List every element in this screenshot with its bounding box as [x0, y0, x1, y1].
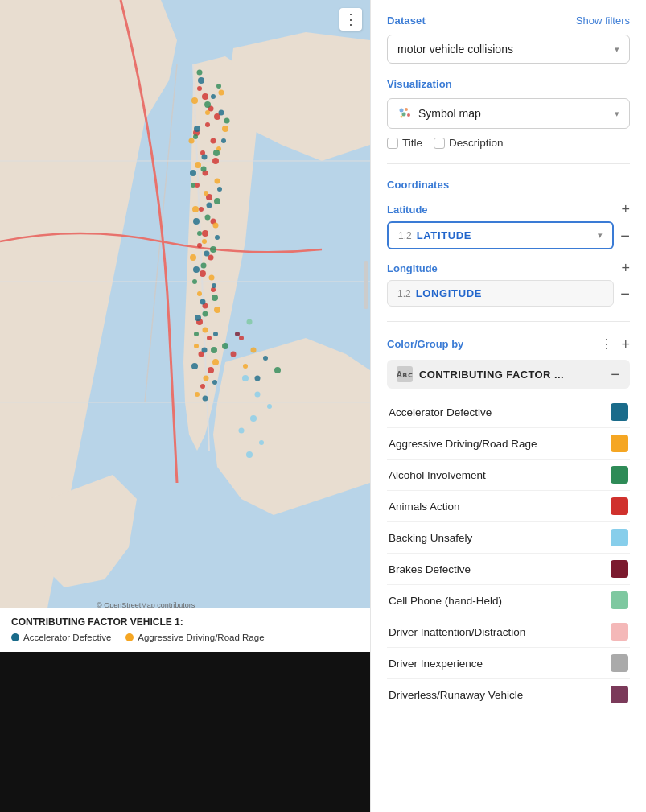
longitude-plus-button[interactable]: +: [621, 261, 630, 275]
svg-point-102: [246, 451, 253, 458]
legend-dot-accelerator: [11, 633, 19, 641]
svg-point-44: [204, 191, 208, 196]
visualization-value: Symbol map: [418, 107, 481, 120]
svg-point-82: [193, 134, 198, 139]
color-group-label: Color/Group by: [387, 338, 463, 350]
svg-point-108: [243, 364, 248, 369]
svg-point-105: [263, 356, 268, 361]
legend-item-aggressive: Aggressive Driving/Road Rage: [125, 633, 264, 642]
legend-list-item: Driverless/Runaway Vehicle: [387, 679, 630, 710]
legend-list-item: Aggressive Driving/Road Rage: [387, 428, 630, 460]
svg-point-57: [198, 77, 204, 84]
svg-point-117: [407, 113, 410, 117]
latitude-num: 1.2: [398, 230, 412, 241]
viz-chevron-icon: ▾: [615, 109, 619, 119]
latitude-plus-button[interactable]: +: [621, 202, 630, 216]
contributing-factor-left: Aʙᴄ CONTRIBUTING FACTOR ...: [397, 366, 564, 382]
svg-point-39: [222, 126, 228, 132]
svg-point-36: [191, 97, 198, 104]
svg-point-43: [215, 179, 220, 184]
svg-point-25: [202, 230, 208, 237]
legend-item-swatch: [611, 435, 628, 452]
show-filters-button[interactable]: Show filters: [576, 14, 630, 27]
legend-item-swatch: [611, 466, 628, 484]
color-group-section: Color/Group by ⋮ + Aʙᴄ CONTRIBUTING FACT…: [387, 336, 630, 710]
dataset-value: motor vehicle collisions: [397, 43, 513, 56]
right-panel: Dataset Show filters motor vehicle colli…: [370, 0, 646, 812]
latitude-minus-button[interactable]: −: [620, 228, 630, 244]
svg-point-32: [207, 336, 212, 340]
legend-item-label: Driverless/Runaway Vehicle: [389, 689, 523, 701]
svg-point-11: [202, 93, 208, 100]
svg-point-35: [200, 384, 205, 389]
map-menu-button[interactable]: ⋮: [339, 8, 362, 31]
latitude-chevron-icon: ▾: [598, 230, 603, 241]
svg-point-85: [191, 183, 195, 188]
svg-point-100: [239, 428, 245, 434]
symbol-map-icon: [397, 106, 412, 121]
divider-2: [387, 321, 630, 322]
svg-point-65: [207, 203, 212, 208]
longitude-name: LONGITUDE: [416, 287, 482, 299]
visualization-section: Visualization Symbol map ▾: [387, 78, 630, 149]
color-group-plus-button[interactable]: +: [621, 337, 630, 352]
svg-point-45: [192, 206, 199, 212]
visualization-dropdown[interactable]: Symbol map ▾: [387, 98, 630, 129]
svg-point-86: [214, 198, 220, 204]
svg-point-19: [212, 158, 219, 164]
legend-list-item: Accelerator Defective: [387, 397, 630, 428]
svg-point-67: [215, 235, 220, 240]
svg-point-115: [405, 108, 408, 111]
svg-point-104: [251, 348, 257, 353]
svg-point-110: [222, 343, 228, 349]
dataset-label: Dataset: [387, 14, 426, 27]
coordinates-label: Coordinates: [387, 179, 630, 191]
svg-point-68: [204, 251, 210, 257]
svg-point-23: [199, 207, 204, 212]
svg-point-75: [191, 363, 198, 369]
svg-point-81: [224, 118, 230, 124]
svg-point-15: [205, 122, 210, 127]
svg-point-109: [255, 376, 261, 381]
svg-marker-3: [213, 338, 370, 515]
legend-list-item: Animals Action: [387, 491, 630, 522]
longitude-minus-button[interactable]: −: [620, 286, 630, 302]
legend-item-swatch: [611, 686, 628, 703]
divider-1: [387, 163, 630, 164]
description-checkbox[interactable]: [434, 138, 445, 149]
map-scrollbar[interactable]: [364, 261, 368, 309]
longitude-field[interactable]: 1.2 LONGITUDE: [387, 280, 614, 307]
svg-point-96: [242, 375, 249, 381]
legend-list-item: Brakes Defective: [387, 554, 630, 585]
svg-point-79: [216, 84, 221, 89]
viz-left: Symbol map: [397, 106, 481, 121]
svg-point-53: [194, 344, 199, 348]
svg-point-52: [203, 328, 208, 333]
description-checkbox-item[interactable]: Description: [434, 137, 504, 149]
svg-point-97: [255, 392, 261, 398]
svg-point-27: [208, 255, 214, 261]
dataset-dropdown[interactable]: motor vehicle collisions ▾: [387, 35, 630, 64]
svg-point-107: [231, 352, 237, 357]
svg-point-111: [235, 332, 240, 336]
legend-item-label: Brakes Defective: [389, 563, 471, 575]
color-group-menu-button[interactable]: ⋮: [600, 336, 613, 352]
legend-list: Accelerator Defective Aggressive Driving…: [387, 397, 630, 710]
title-checkbox[interactable]: [387, 138, 398, 149]
svg-point-93: [203, 311, 208, 317]
contributing-factor-minus-button[interactable]: −: [611, 366, 620, 382]
legend-item-label: Backing Unsafely: [389, 532, 472, 544]
svg-point-101: [259, 440, 264, 445]
title-checkbox-item[interactable]: Title: [387, 137, 422, 149]
svg-point-71: [200, 299, 206, 305]
svg-point-70: [212, 283, 216, 288]
latitude-field[interactable]: 1.2 LATITUDE ▾: [387, 221, 614, 249]
svg-point-13: [197, 86, 202, 91]
svg-point-37: [219, 90, 224, 96]
checkboxes-row: Title Description: [387, 137, 630, 149]
svg-point-54: [212, 359, 219, 365]
visualization-label: Visualization: [387, 78, 452, 90]
svg-point-29: [211, 287, 216, 292]
legend-item-accelerator: Accelerator Defective: [11, 633, 111, 642]
legend-item-label: Driver Inattention/Distraction: [389, 626, 525, 638]
